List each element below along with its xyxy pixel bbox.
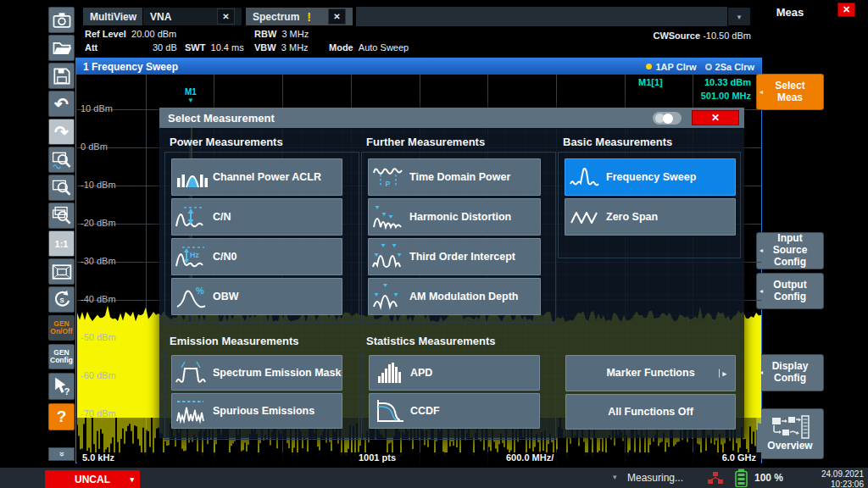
swt-setting[interactable]: SWT 10.4 ms — [185, 42, 244, 53]
uncal-badge[interactable]: UNCAL ▾ — [45, 470, 140, 488]
toolbar-collapse-button[interactable]: « — [48, 447, 75, 461]
x-axis-points: 1001 pts — [359, 452, 396, 463]
meas-cn0-button[interactable]: Hz C/N0 — [171, 238, 342, 275]
y-axis-label: -40 dBm — [81, 294, 116, 304]
context-help-button[interactable]: ? — [48, 373, 75, 400]
section-emission: Emission Measurements — [170, 335, 298, 347]
meas-spectrum-emission-mask-button[interactable]: Spectrum Emission Mask — [171, 355, 342, 391]
tab-spectrum[interactable]: Spectrum ! ✕ — [245, 7, 353, 26]
channel-power-aclr-icon — [172, 164, 213, 191]
marker-readout-level: 10.33 dBm — [704, 77, 751, 87]
screenshot-camera-button[interactable] — [48, 7, 75, 33]
zoom-button[interactable] — [48, 175, 75, 201]
meas-frequency-sweep-button[interactable]: Frequency Sweep — [565, 158, 736, 196]
softkey-select-meas[interactable]: ◂ Select Meas — [756, 74, 824, 110]
fit-window-button[interactable] — [48, 258, 75, 285]
softkey-menu-title: Meas — [756, 6, 824, 19]
softkey-display-config[interactable]: ◂ Display Config — [756, 354, 824, 391]
tabbar-strip — [356, 7, 727, 26]
tab-dropdown-button[interactable]: ▾ — [727, 7, 751, 26]
meas-third-order-intercept-button[interactable]: Third Order Intercept — [368, 238, 541, 275]
datetime[interactable]: 24.09.2021 10:23:06 — [821, 469, 864, 488]
save-button[interactable] — [48, 63, 75, 89]
softkey-input-source-config[interactable]: ◂ Input Source Config — [756, 232, 824, 269]
sequencer-button[interactable]: S — [48, 286, 75, 313]
all-functions-off-button[interactable]: All Functions Off — [565, 394, 736, 430]
window-title-bar[interactable]: 1 Frequency Sweep 1AP Clrw 2Sa Clrw — [76, 58, 761, 75]
softkey-overview[interactable]: Overview — [756, 408, 824, 459]
x-axis-stop: 6.0 GHz — [722, 452, 756, 463]
marker-m1-pointer-icon[interactable]: ▼ — [187, 97, 194, 104]
trace-legend: 1AP Clrw 2Sa Clrw — [637, 58, 754, 75]
close-icon: ✕ — [711, 112, 720, 124]
chevron-down-icon: ▾ — [737, 13, 742, 21]
network-error-icon[interactable] — [707, 471, 724, 485]
zoom-signal-button[interactable] — [48, 147, 75, 173]
dialog-transparency-toggle[interactable] — [653, 112, 682, 125]
x-axis-start: 5.0 kHz — [82, 452, 114, 463]
frequency-sweep-icon — [565, 164, 606, 191]
status-dropdown-caret[interactable]: ▾ — [613, 473, 617, 481]
att-value[interactable]: 30 dB — [153, 42, 177, 53]
gen-on-off-button[interactable]: GENOn/Off — [48, 315, 75, 341]
softkey-output-config[interactable]: ◂ Output Config — [756, 273, 824, 309]
section-statistics: Statistics Measurements — [366, 335, 495, 347]
marker-readout-frequency: 501.00 MHz — [701, 91, 751, 101]
meas-obw-button[interactable]: % OBW — [171, 278, 342, 315]
meas-am-modulation-depth-button[interactable]: AM Modulation Depth — [368, 278, 541, 315]
app-close-button[interactable]: ✕ — [837, 3, 855, 17]
open-file-button[interactable] — [48, 35, 75, 61]
window-title: 1 Frequency Sweep — [83, 61, 178, 73]
svg-text:Hz: Hz — [190, 251, 199, 259]
ccdf-icon — [370, 397, 410, 424]
vbw-setting[interactable]: VBW 3 MHz — [254, 42, 309, 53]
x-axis-band — [77, 452, 761, 463]
time-domain-power-icon: P — [369, 164, 409, 191]
meas-ccdf-button[interactable]: CCDF — [369, 393, 540, 429]
zero-span-icon — [565, 203, 606, 230]
spurious-emissions-icon — [172, 397, 213, 424]
meas-zero-span-button[interactable]: Zero Span — [565, 198, 736, 236]
meas-channel-power-aclr-button[interactable]: Channel Power ACLR — [171, 158, 342, 196]
gen-config-button[interactable]: GENConfig — [48, 344, 75, 369]
apd-icon — [370, 359, 410, 386]
meas-spurious-emissions-button[interactable]: Spurious Emissions — [171, 393, 342, 429]
zoom-1to1-button[interactable]: 1:1 — [48, 230, 75, 257]
battery-icon[interactable] — [734, 469, 748, 487]
y-axis-label: -70 dBm — [81, 408, 116, 419]
redo-button[interactable]: ↷ — [48, 119, 75, 145]
status-message: Measuring... — [627, 472, 683, 484]
marker-m1-label[interactable]: M1 — [185, 87, 197, 97]
dialog-close-button[interactable]: ✕ — [692, 110, 739, 125]
meas-cn-button[interactable]: C/N — [171, 198, 342, 236]
carrier-noise-density-icon: Hz — [172, 243, 213, 270]
cw-source-setting[interactable]: CWSource -10.50 dBm — [653, 30, 751, 41]
tab-close-button[interactable]: ✕ — [328, 8, 346, 25]
tab-close-button[interactable]: ✕ — [217, 8, 235, 25]
undo-button[interactable]: ↶ — [48, 91, 75, 117]
am-modulation-depth-icon — [369, 283, 409, 310]
y-axis-label: -50 dBm — [81, 332, 116, 342]
y-axis-label: 10 dBm — [81, 103, 113, 114]
mode-setting[interactable]: Mode Auto Sweep — [329, 42, 409, 53]
help-icon: ? — [57, 408, 67, 426]
meas-time-domain-power-button[interactable]: P Time Domain Power — [368, 158, 541, 196]
dialog-title-bar[interactable]: Select Measurement ✕ — [159, 108, 744, 128]
ref-level-setting[interactable]: Ref Level 20.00 dBm — [85, 29, 176, 39]
instrument-screen: ↶ ↷ 1:1 S GENOn/Off GENConfig ? ? « ▾ Mu… — [0, 0, 868, 488]
meas-apd-button[interactable]: APD — [369, 355, 540, 391]
battery-percent: 100 % — [754, 472, 783, 484]
rbw-setting[interactable]: RBW 3 MHz — [254, 29, 309, 39]
multi-zoom-button[interactable] — [48, 202, 75, 229]
y-axis-label: -30 dBm — [81, 256, 116, 266]
marker-functions-button[interactable]: Marker Functions ▸ — [565, 355, 736, 391]
section-basic: Basic Measurements — [563, 136, 672, 148]
att-setting[interactable]: Att — [85, 42, 97, 53]
svg-text:?: ? — [64, 386, 70, 396]
section-power: Power Measurements — [170, 136, 283, 148]
meas-harmonic-distortion-button[interactable]: Harmonic Distortion — [368, 198, 541, 236]
overview-flowchart-icon — [771, 415, 810, 439]
tab-vna[interactable]: VNA ✕ — [142, 7, 242, 26]
help-button[interactable]: ? — [48, 403, 75, 430]
y-axis-label: -60 dBm — [81, 370, 116, 380]
